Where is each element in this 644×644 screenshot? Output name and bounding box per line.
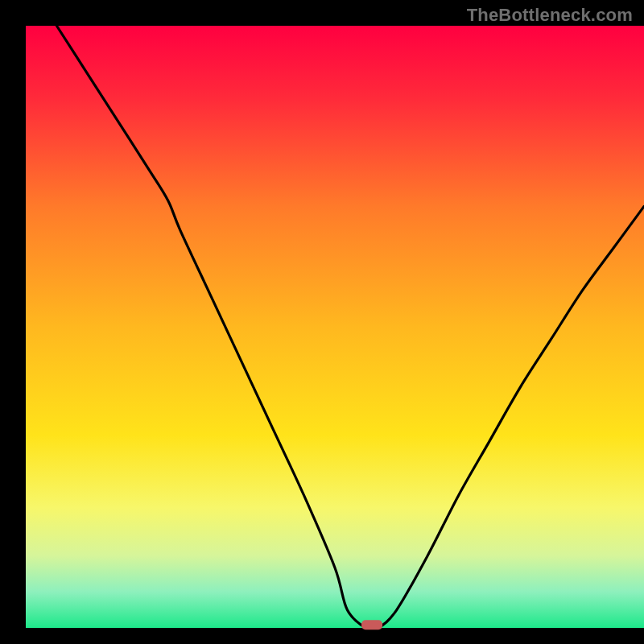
bottleneck-chart: [0, 0, 644, 644]
chart-stage: TheBottleneck.com: [0, 0, 644, 644]
optimal-marker: [361, 620, 382, 630]
gradient-background: [26, 26, 644, 628]
